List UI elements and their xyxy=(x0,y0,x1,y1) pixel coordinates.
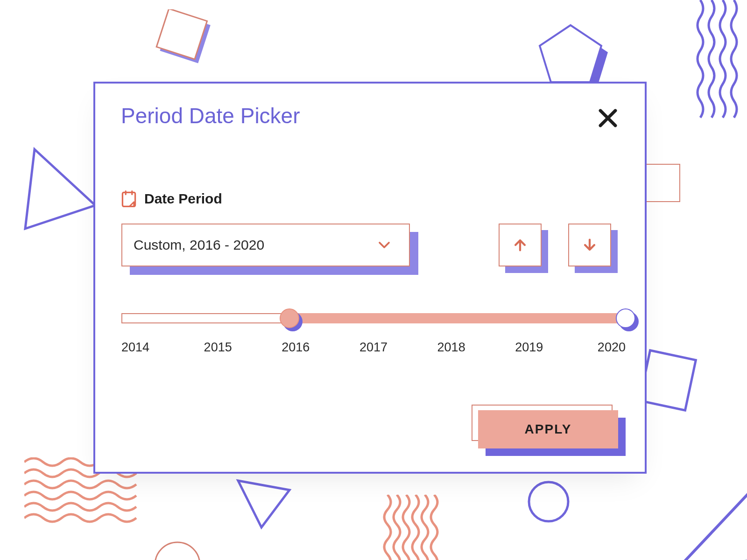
arrow-down-icon xyxy=(582,237,598,253)
svg-rect-0 xyxy=(160,13,210,63)
slider-tick: 2018 xyxy=(433,340,470,355)
svg-rect-9 xyxy=(640,350,696,410)
slider-tick: 2020 xyxy=(588,340,626,355)
section-label: Date Period xyxy=(121,190,222,208)
slider-handle-start[interactable] xyxy=(280,308,299,328)
slider-handle-end[interactable] xyxy=(616,308,635,328)
slider-ticks: 2014201520162017201820192020 xyxy=(121,340,626,355)
slider-tick: 2014 xyxy=(121,340,159,355)
svg-point-8 xyxy=(155,542,200,560)
year-range-slider[interactable]: 2014201520162017201820192020 xyxy=(121,308,626,330)
close-button[interactable] xyxy=(597,107,619,129)
calendar-icon xyxy=(121,190,137,208)
dialog-title: Period Date Picker xyxy=(121,103,300,128)
close-icon xyxy=(597,107,619,129)
svg-marker-6 xyxy=(238,481,289,527)
svg-marker-10 xyxy=(677,490,747,560)
slider-tick: 2015 xyxy=(199,340,237,355)
svg-marker-3 xyxy=(540,25,601,82)
svg-rect-5 xyxy=(642,164,680,202)
decrement-button[interactable] xyxy=(568,224,611,266)
apply-button[interactable]: APPLY xyxy=(478,410,618,448)
arrow-up-icon xyxy=(512,237,528,253)
apply-button-label: APPLY xyxy=(478,410,618,448)
period-dropdown-value: Custom, 2016 - 2020 xyxy=(134,237,264,253)
slider-tick: 2017 xyxy=(355,340,392,355)
svg-marker-2 xyxy=(546,32,608,89)
section-label-text: Date Period xyxy=(144,191,222,207)
slider-tick: 2016 xyxy=(277,340,314,355)
svg-rect-1 xyxy=(156,9,207,59)
chevron-down-icon xyxy=(377,238,391,252)
date-picker-dialog: Period Date Picker Date Period Custom, 2… xyxy=(93,82,647,474)
svg-marker-4 xyxy=(25,149,95,229)
svg-point-7 xyxy=(529,482,568,521)
period-dropdown[interactable]: Custom, 2016 - 2020 xyxy=(121,224,410,266)
slider-tick: 2019 xyxy=(510,340,548,355)
increment-button[interactable] xyxy=(499,224,542,266)
